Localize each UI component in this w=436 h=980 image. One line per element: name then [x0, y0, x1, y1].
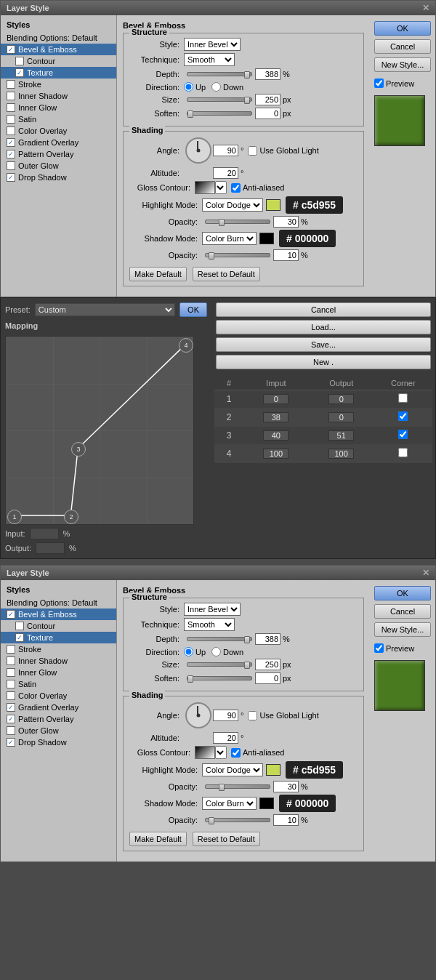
sidebar-satin[interactable]: Satin	[1, 113, 116, 125]
highlight-opacity-input[interactable]	[273, 216, 299, 228]
depth-input-bottom[interactable]	[255, 633, 280, 645]
global-light-checkbox[interactable]	[248, 146, 257, 156]
sidebar-color-overlay-bottom[interactable]: Color Overlay	[1, 690, 116, 702]
color-overlay-checkbox[interactable]	[7, 126, 15, 135]
curve-canvas[interactable]: 1 2 3 4	[5, 336, 194, 525]
curve-cancel-button[interactable]: Cancel	[216, 302, 431, 317]
stroke-checkbox[interactable]	[7, 80, 15, 89]
bevel-checkbox[interactable]	[7, 45, 15, 54]
shadow-opacity-input-bottom[interactable]	[273, 814, 299, 826]
soften-slider[interactable]	[187, 111, 252, 116]
direction-down-radio-bottom[interactable]: Down	[211, 647, 243, 656]
sidebar-inner-glow-bottom[interactable]: Inner Glow	[1, 667, 116, 678]
new-style-button-top[interactable]: New Style...	[374, 57, 431, 72]
reset-to-default-button-bottom[interactable]: Reset to Default	[193, 832, 260, 846]
inner-shadow-checkbox[interactable]	[7, 92, 15, 100]
ok-button-bottom[interactable]: OK	[374, 586, 431, 601]
inner-shadow-checkbox-bottom[interactable]	[7, 656, 15, 665]
texture-checkbox[interactable]	[15, 68, 24, 77]
cancel-button-top[interactable]: Cancel	[374, 39, 431, 54]
depth-slider-bottom[interactable]	[187, 637, 252, 641]
shadow-opacity-thumb-bottom[interactable]	[209, 817, 214, 824]
size-thumb-bottom[interactable]	[244, 662, 250, 669]
row1-output-field[interactable]	[328, 394, 354, 404]
curve-point-2[interactable]: 2	[64, 510, 78, 524]
soften-thumb-bottom[interactable]	[187, 675, 193, 683]
curve-ok-button[interactable]: OK	[179, 302, 207, 317]
shadow-color-swatch[interactable]	[259, 233, 274, 244]
sidebar-gradient-overlay[interactable]: Gradient Overlay	[1, 137, 116, 148]
direction-up-input-bottom[interactable]	[184, 647, 193, 656]
technique-select-bottom[interactable]: Smooth	[184, 618, 235, 631]
sidebar-bevel-emboss-bottom[interactable]: Bevel & Emboss	[1, 609, 116, 620]
sidebar-contour-bottom[interactable]: Contour	[1, 620, 116, 632]
sidebar-inner-shadow-bottom[interactable]: Inner Shadow	[1, 655, 116, 667]
satin-checkbox[interactable]	[7, 115, 15, 124]
inner-glow-checkbox[interactable]	[7, 103, 15, 112]
row1-input[interactable]	[243, 390, 309, 409]
depth-thumb[interactable]	[244, 71, 250, 79]
shadow-mode-select-bottom[interactable]: Color Burn	[202, 797, 257, 810]
highlight-opacity-input-bottom[interactable]	[273, 781, 299, 792]
row3-input-field[interactable]	[263, 430, 288, 441]
row2-input-field[interactable]	[263, 412, 288, 422]
sidebar-bevel-emboss[interactable]: Bevel & Emboss	[1, 44, 116, 55]
row4-corner[interactable]	[374, 445, 432, 463]
color-overlay-checkbox-bottom[interactable]	[7, 691, 15, 700]
row1-input-field[interactable]	[263, 394, 288, 404]
shadow-opacity-input[interactable]	[273, 249, 299, 261]
bevel-checkbox-bottom[interactable]	[7, 610, 15, 619]
sidebar-outer-glow[interactable]: Outer Glow	[1, 160, 116, 172]
angle-circle-bottom[interactable]	[185, 702, 211, 728]
global-light-label[interactable]: Use Global Light	[248, 146, 318, 156]
input-field[interactable]	[30, 528, 59, 539]
soften-thumb[interactable]	[187, 111, 193, 118]
sidebar-inner-glow[interactable]: Inner Glow	[1, 102, 116, 113]
close-button-top[interactable]: ✕	[422, 3, 429, 13]
row3-output-field[interactable]	[328, 430, 354, 441]
row4-output[interactable]	[309, 445, 374, 463]
sidebar-inner-shadow[interactable]: Inner Shadow	[1, 90, 116, 102]
row2-corner-check[interactable]	[398, 411, 408, 421]
highlight-opacity-thumb[interactable]	[219, 219, 225, 226]
gradient-overlay-checkbox[interactable]	[7, 138, 15, 147]
shadow-mode-select[interactable]: Color Burn	[202, 232, 257, 245]
direction-down-input[interactable]	[211, 82, 221, 92]
curve-new-button[interactable]: New .	[216, 355, 431, 369]
size-input[interactable]	[255, 94, 280, 105]
make-default-button[interactable]: Make Default	[129, 267, 187, 281]
drop-shadow-checkbox-bottom[interactable]	[7, 738, 15, 747]
angle-circle[interactable]	[185, 137, 211, 164]
contour-preview-bottom[interactable]	[195, 746, 215, 759]
curve-load-button[interactable]: Load...	[216, 320, 431, 334]
shadow-opacity-thumb[interactable]	[209, 252, 214, 260]
anti-aliased-checkbox[interactable]	[231, 183, 241, 193]
row2-input[interactable]	[243, 409, 309, 427]
sidebar-blending-options-bottom[interactable]: Blending Options: Default	[1, 597, 116, 609]
soften-input-bottom[interactable]	[255, 672, 280, 684]
row2-output-field[interactable]	[328, 412, 354, 422]
stroke-checkbox-bottom[interactable]	[7, 645, 15, 654]
style-select-bottom[interactable]: Inner Bevel	[184, 603, 241, 616]
anti-aliased-label-bottom[interactable]: Anti-aliased	[231, 748, 284, 758]
sidebar-stroke[interactable]: Stroke	[1, 79, 116, 90]
altitude-input-bottom[interactable]	[213, 732, 238, 744]
highlight-color-swatch[interactable]	[266, 199, 280, 211]
style-select[interactable]: Inner Bevel	[184, 38, 241, 51]
depth-slider[interactable]	[187, 72, 252, 76]
global-light-label-bottom[interactable]: Use Global Light	[248, 711, 318, 720]
outer-glow-checkbox[interactable]	[7, 161, 15, 170]
contour-checkbox[interactable]	[15, 57, 24, 65]
contour-checkbox-bottom[interactable]	[15, 622, 24, 630]
angle-input-bottom[interactable]	[213, 710, 238, 721]
row1-output[interactable]	[309, 390, 374, 409]
curve-point-4[interactable]: 4	[179, 338, 193, 353]
sidebar-gradient-overlay-bottom[interactable]: Gradient Overlay	[1, 702, 116, 713]
gradient-overlay-checkbox-bottom[interactable]	[7, 703, 15, 712]
technique-select[interactable]: Smooth	[184, 53, 235, 66]
row4-input[interactable]	[243, 445, 309, 463]
soften-input[interactable]	[255, 108, 280, 119]
row3-output[interactable]	[309, 427, 374, 445]
altitude-input[interactable]	[213, 167, 238, 179]
sidebar-outer-glow-bottom[interactable]: Outer Glow	[1, 725, 116, 736]
